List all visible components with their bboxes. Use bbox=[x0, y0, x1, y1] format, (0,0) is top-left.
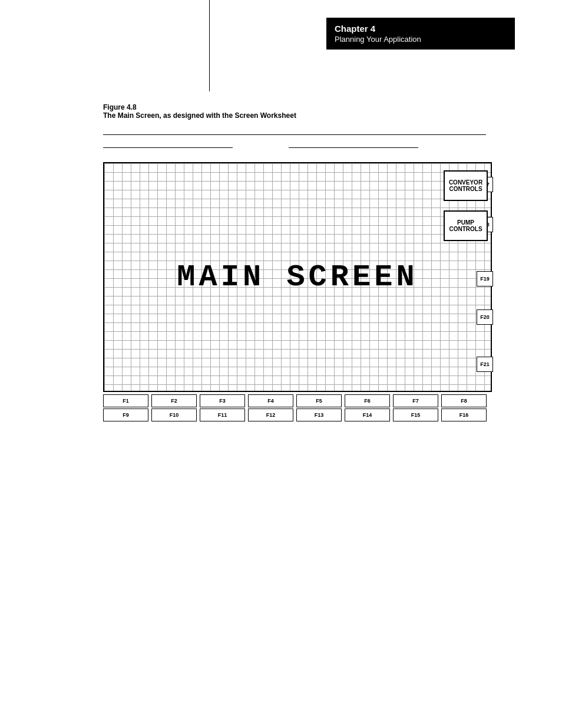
fkey-f20[interactable]: F20 bbox=[477, 309, 493, 325]
chapter-header: Chapter 4 Planning Your Application bbox=[326, 18, 515, 50]
fkey-f5[interactable]: F5 bbox=[296, 394, 342, 407]
pump-controls-button[interactable]: PUMPCONTROLS bbox=[444, 210, 488, 241]
fkey-f3[interactable]: F3 bbox=[200, 394, 245, 407]
conveyor-controls-button[interactable]: CONVEYORCONTROLS bbox=[444, 170, 488, 201]
fkey-f8[interactable]: F8 bbox=[441, 394, 487, 407]
fkey-f15[interactable]: F15 bbox=[393, 409, 438, 421]
fkey-f2[interactable]: F2 bbox=[151, 394, 197, 407]
fkey-f16[interactable]: F16 bbox=[441, 409, 487, 421]
fkey-f13[interactable]: F13 bbox=[296, 409, 342, 421]
fkey-f7[interactable]: F7 bbox=[393, 394, 438, 407]
chapter-title: Planning Your Application bbox=[335, 35, 507, 44]
vertical-divider bbox=[209, 0, 210, 91]
fkey-f10[interactable]: F10 bbox=[151, 409, 197, 421]
fkey-f14[interactable]: F14 bbox=[345, 409, 390, 421]
fkeys-row-1: F1 F2 F3 F4 F5 F6 F7 F8 bbox=[103, 394, 492, 407]
horizontal-line-long bbox=[103, 134, 486, 135]
fkey-f6[interactable]: F6 bbox=[345, 394, 390, 407]
screen-area: MAIN SCREEN CONVEYORCONTROLS PUMPCONTROL… bbox=[103, 162, 492, 392]
fkey-f11[interactable]: F11 bbox=[200, 409, 245, 421]
figure-label: Figure 4.8 bbox=[103, 103, 296, 111]
fkey-f21[interactable]: F21 bbox=[477, 357, 493, 372]
fkeys-row-2: F9 F10 F11 F12 F13 F14 F15 F16 bbox=[103, 409, 492, 421]
fkey-f1[interactable]: F1 bbox=[103, 394, 148, 407]
fkey-f4[interactable]: F4 bbox=[248, 394, 293, 407]
fkeys-bottom: F1 F2 F3 F4 F5 F6 F7 F8 F9 F10 F11 F12 F… bbox=[103, 394, 510, 421]
horizontal-line-short-right bbox=[289, 147, 418, 148]
horizontal-line-short-left bbox=[103, 147, 233, 148]
figure-caption: Figure 4.8 The Main Screen, as designed … bbox=[103, 103, 296, 120]
fkey-f19[interactable]: F19 bbox=[477, 271, 493, 286]
figure-description: The Main Screen, as designed with the Sc… bbox=[103, 111, 296, 120]
chapter-number: Chapter 4 bbox=[335, 24, 507, 34]
fkey-f12[interactable]: F12 bbox=[248, 409, 293, 421]
diagram-container: MAIN SCREEN CONVEYORCONTROLS PUMPCONTROL… bbox=[103, 162, 510, 421]
main-screen-text: MAIN SCREEN bbox=[177, 260, 418, 295]
fkey-f9[interactable]: F9 bbox=[103, 409, 148, 421]
